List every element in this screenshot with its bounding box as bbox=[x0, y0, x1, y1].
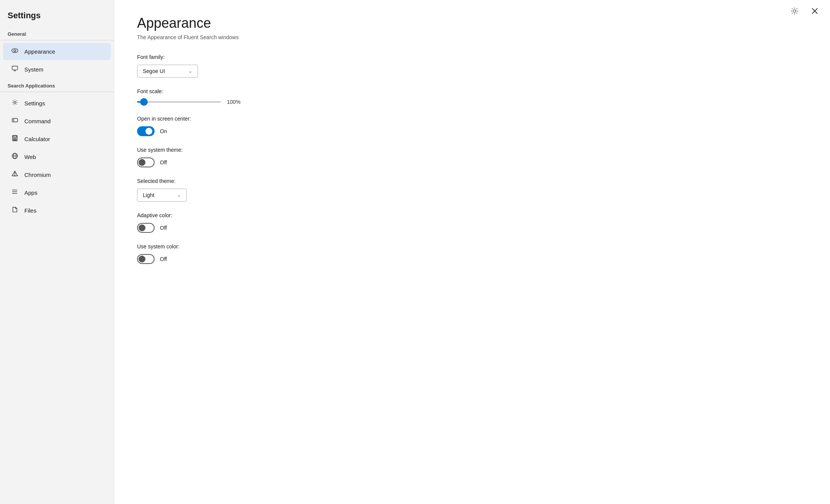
main-content: Appearance The Appearance of Fluent Sear… bbox=[114, 0, 830, 504]
command-icon bbox=[11, 117, 19, 126]
svg-point-5 bbox=[14, 101, 16, 103]
section-label-general: General bbox=[0, 27, 114, 39]
svg-point-16 bbox=[14, 140, 15, 140]
svg-point-30 bbox=[793, 10, 796, 12]
sidebar-item-calculator[interactable]: Calculator bbox=[3, 130, 111, 148]
font-scale-section: Font scale: 100% bbox=[137, 88, 807, 105]
page-subtitle: The Appearance of Fluent Search windows bbox=[137, 34, 807, 40]
use-system-theme-section: Use system theme: Off bbox=[137, 147, 807, 167]
adaptive-color-state: Off bbox=[160, 225, 167, 231]
font-scale-label: Font scale: bbox=[137, 88, 807, 94]
svg-point-15 bbox=[13, 140, 14, 140]
sidebar-item-settings-label: Settings bbox=[24, 100, 45, 107]
web-icon bbox=[11, 153, 19, 161]
open-in-screen-center-row: On bbox=[137, 126, 807, 136]
font-scale-slider-thumb[interactable] bbox=[140, 98, 148, 106]
sidebar-item-appearance-label: Appearance bbox=[24, 48, 55, 55]
apps-icon bbox=[11, 188, 19, 197]
sidebar-item-system[interactable]: System bbox=[3, 61, 111, 78]
use-system-color-section: Use system color: Off bbox=[137, 243, 807, 264]
svg-point-0 bbox=[12, 49, 18, 53]
system-icon bbox=[11, 65, 19, 74]
use-system-color-label: Use system color: bbox=[137, 243, 807, 250]
open-in-screen-center-section: Open in screen center: On bbox=[137, 116, 807, 136]
page-title: Appearance bbox=[137, 15, 807, 31]
open-in-screen-center-label: Open in screen center: bbox=[137, 116, 807, 122]
use-system-color-row: Off bbox=[137, 254, 807, 264]
sidebar-divider-search-apps bbox=[0, 92, 114, 92]
font-family-dropdown[interactable]: Segoe UI ⌄ bbox=[137, 65, 198, 78]
font-family-arrow-icon: ⌄ bbox=[188, 68, 192, 74]
svg-point-13 bbox=[14, 138, 15, 139]
use-system-theme-label: Use system theme: bbox=[137, 147, 807, 153]
use-system-color-toggle[interactable] bbox=[137, 254, 155, 264]
svg-rect-11 bbox=[13, 136, 17, 138]
light-button[interactable] bbox=[788, 6, 801, 18]
svg-point-12 bbox=[13, 138, 14, 139]
sidebar-item-settings[interactable]: Settings bbox=[3, 95, 111, 112]
font-scale-slider-container: 100% bbox=[137, 99, 807, 105]
svg-line-35 bbox=[792, 8, 793, 9]
svg-rect-2 bbox=[12, 66, 18, 70]
sidebar-item-appearance[interactable]: Appearance bbox=[3, 43, 111, 60]
sidebar-item-apps-label: Apps bbox=[24, 189, 37, 196]
files-icon bbox=[11, 206, 19, 215]
svg-line-38 bbox=[796, 8, 797, 9]
open-in-screen-center-state: On bbox=[160, 128, 167, 134]
font-family-value: Segoe UI bbox=[143, 68, 165, 74]
sidebar-item-chromium-label: Chromium bbox=[24, 172, 51, 178]
sidebar-item-files[interactable]: Files bbox=[3, 202, 111, 219]
toggle-knob-system-color bbox=[139, 256, 145, 262]
sidebar: Settings General Appearance System bbox=[0, 0, 114, 504]
sidebar-item-web-label: Web bbox=[24, 154, 36, 160]
sidebar-item-chromium[interactable]: Chromium bbox=[3, 166, 111, 183]
sidebar-item-command-label: Command bbox=[24, 118, 51, 124]
eye-icon bbox=[11, 47, 19, 56]
chromium-icon bbox=[11, 170, 19, 179]
adaptive-color-row: Off bbox=[137, 223, 807, 233]
font-scale-slider-track[interactable] bbox=[137, 101, 221, 103]
toggle-knob-open-in-center bbox=[145, 128, 152, 135]
font-family-section: Font family: Segoe UI ⌄ bbox=[137, 54, 807, 78]
svg-point-17 bbox=[16, 140, 16, 140]
sidebar-item-apps[interactable]: Apps bbox=[3, 184, 111, 201]
sidebar-item-command[interactable]: Command bbox=[3, 113, 111, 130]
selected-theme-arrow-icon: ⌄ bbox=[177, 192, 181, 198]
sidebar-item-web[interactable]: Web bbox=[3, 148, 111, 165]
adaptive-color-toggle[interactable] bbox=[137, 223, 155, 233]
selected-theme-section: Selected theme: Light ⌄ bbox=[137, 178, 807, 202]
svg-rect-6 bbox=[12, 119, 18, 122]
svg-line-36 bbox=[796, 13, 797, 14]
sidebar-item-system-label: System bbox=[24, 66, 43, 73]
close-button[interactable] bbox=[809, 6, 821, 17]
use-system-theme-row: Off bbox=[137, 157, 807, 167]
use-system-color-state: Off bbox=[160, 256, 167, 262]
svg-point-14 bbox=[16, 138, 16, 139]
use-system-theme-toggle[interactable] bbox=[137, 157, 155, 167]
app-title: Settings bbox=[0, 8, 114, 27]
settings-window: Settings General Appearance System bbox=[0, 0, 830, 504]
sidebar-divider-general bbox=[0, 40, 114, 40]
section-label-search-apps: Search Applications bbox=[0, 78, 114, 91]
calculator-icon bbox=[11, 135, 19, 143]
selected-theme-label: Selected theme: bbox=[137, 178, 807, 184]
font-scale-value: 100% bbox=[227, 99, 241, 105]
sidebar-item-calculator-label: Calculator bbox=[24, 136, 50, 142]
window-controls bbox=[788, 6, 821, 18]
adaptive-color-label: Adaptive color: bbox=[137, 212, 807, 218]
adaptive-color-section: Adaptive color: Off bbox=[137, 212, 807, 233]
toggle-knob-system-theme bbox=[139, 159, 145, 166]
svg-point-1 bbox=[14, 49, 16, 51]
open-in-screen-center-toggle[interactable] bbox=[137, 126, 155, 136]
use-system-theme-state: Off bbox=[160, 159, 167, 165]
font-family-label: Font family: bbox=[137, 54, 807, 60]
gear-icon bbox=[11, 99, 19, 108]
sidebar-item-files-label: Files bbox=[24, 207, 37, 214]
selected-theme-value: Light bbox=[143, 192, 154, 198]
svg-line-37 bbox=[792, 13, 793, 14]
toggle-knob-adaptive-color bbox=[139, 224, 145, 231]
selected-theme-dropdown[interactable]: Light ⌄ bbox=[137, 189, 187, 202]
